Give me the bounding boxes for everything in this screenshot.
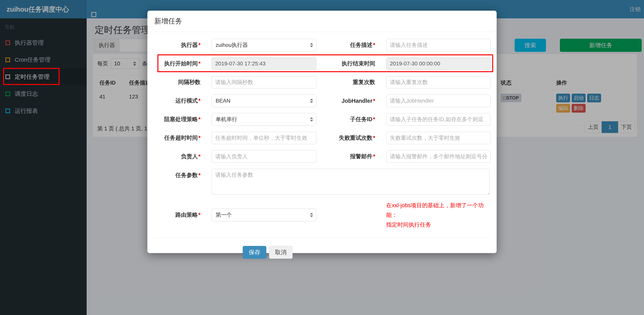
start-time-input[interactable] xyxy=(212,58,316,70)
select-caret-icon xyxy=(310,43,313,47)
route-strategy-select[interactable]: 第一个 xyxy=(212,209,316,221)
route-strategy-label: 路由策略* xyxy=(154,211,200,219)
jobhandler-label: JobHandler* xyxy=(316,98,375,104)
end-time-input[interactable] xyxy=(386,58,491,70)
select-caret-icon xyxy=(310,99,313,103)
retry-count-input[interactable] xyxy=(386,132,491,144)
form-row-timeout-retry: 任务超时时间* 失败重试次数* xyxy=(154,132,490,144)
block-strategy-select[interactable]: 单机串行 xyxy=(212,113,316,126)
jobhandler-input[interactable] xyxy=(386,95,491,107)
repeat-count-label: 重复次数 xyxy=(316,78,375,86)
timeout-input[interactable] xyxy=(212,132,316,144)
modal-body: 执行器* zuihou执行器 任务描述* 执行开始时间* 执行结束时间 间隔秒数… xyxy=(147,32,497,259)
block-strategy-label: 阻塞处理策略* xyxy=(154,116,200,123)
form-row-owner-email: 负责人* 报警邮件* xyxy=(154,150,490,163)
timeout-label: 任务超时时间* xyxy=(154,134,200,142)
block-strategy-select-value: 单机串行 xyxy=(216,116,237,123)
end-time-label: 执行结束时间 xyxy=(316,60,375,68)
route-strategy-select-value: 第一个 xyxy=(216,211,232,219)
form-row-interval-repeat: 间隔秒数 重复次数 xyxy=(154,76,490,89)
retry-count-label: 失败重试次数* xyxy=(316,134,375,142)
save-button[interactable]: 保存 xyxy=(243,246,266,259)
select-caret-icon xyxy=(310,117,313,122)
alarm-email-label: 报警邮件* xyxy=(316,153,375,160)
form-row-block-child: 阻塞处理策略* 单机串行 子任务ID* xyxy=(154,113,490,126)
interval-input[interactable] xyxy=(212,76,316,88)
form-row-executor-desc: 执行器* zuihou执行器 任务描述* xyxy=(154,39,490,52)
task-params-textarea[interactable] xyxy=(212,169,490,195)
run-mode-select[interactable]: BEAN xyxy=(212,94,316,107)
modal-title: 新增任务 xyxy=(154,17,182,26)
remark-line-1: 在xxl-jobs项目的基础上，新增了一个功能： xyxy=(386,200,490,220)
cancel-button[interactable]: 取消 xyxy=(269,246,292,259)
form-row-task-params: 任务参数* xyxy=(154,169,490,195)
add-task-modal: 新增任务 执行器* zuihou执行器 任务描述* 执行开始时间* 执行结束时间… xyxy=(147,11,497,253)
modal-footer: 保存 取消 xyxy=(147,238,497,259)
remark-line-2: 指定时间执行任务 xyxy=(386,220,490,229)
form-row-mode-handler: 运行模式* BEAN JobHandler* xyxy=(154,94,490,107)
form-row-start-end-time: 执行开始时间* 执行结束时间 xyxy=(154,57,490,70)
run-mode-select-value: BEAN xyxy=(216,98,230,104)
task-desc-input[interactable] xyxy=(386,39,491,51)
repeat-count-input[interactable] xyxy=(386,76,491,88)
select-caret-icon xyxy=(310,213,313,217)
task-desc-label: 任务描述* xyxy=(316,41,375,49)
owner-label: 负责人* xyxy=(154,153,200,160)
executor-label: 执行器* xyxy=(154,41,200,49)
task-params-label: 任务参数* xyxy=(154,171,200,179)
run-mode-label: 运行模式* xyxy=(154,97,200,105)
interval-label: 间隔秒数 xyxy=(154,78,200,86)
feature-remark-text: 在xxl-jobs项目的基础上，新增了一个功能： 指定时间执行任务 xyxy=(386,200,490,229)
form-row-route-strategy: 路由策略* 第一个 在xxl-jobs项目的基础上，新增了一个功能： 指定时间执… xyxy=(154,200,490,229)
alarm-email-input[interactable] xyxy=(386,150,491,163)
child-task-id-input[interactable] xyxy=(386,113,491,126)
executor-select-value: zuihou执行器 xyxy=(216,41,248,49)
start-time-label: 执行开始时间* xyxy=(154,60,200,68)
child-task-id-label: 子任务ID* xyxy=(316,116,375,123)
executor-select[interactable]: zuihou执行器 xyxy=(212,39,316,52)
owner-input[interactable] xyxy=(212,150,316,163)
modal-header: 新增任务 xyxy=(147,11,497,32)
